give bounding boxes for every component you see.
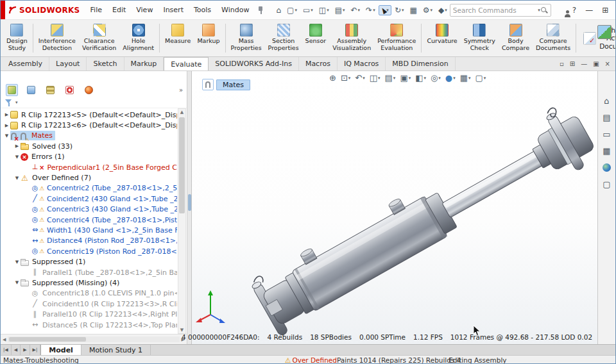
tab-model[interactable]: Model	[40, 345, 81, 355]
search-input[interactable]	[453, 6, 537, 14]
save-button[interactable]: ◫▾	[316, 4, 332, 16]
property-manager-tab[interactable]	[25, 84, 37, 96]
view-palette-icon[interactable]: ▦	[603, 147, 610, 155]
select-button[interactable]: ▲▾	[379, 5, 391, 15]
help-button[interactable]: ?	[569, 6, 579, 15]
display-manager-tab[interactable]	[83, 84, 95, 96]
tree-item[interactable]: ▼Suppressed (Missing) (4)	[1, 277, 177, 288]
close-window-button[interactable]: ×	[605, 60, 610, 67]
dropdown-arrow[interactable]: ▾	[409, 76, 411, 81]
measure-button[interactable]: Measure	[162, 21, 194, 55]
design-library-icon[interactable]: ▤	[603, 113, 610, 122]
expand-arrow[interactable]: ▼	[13, 260, 21, 265]
file-explorer-icon[interactable]: ▭	[603, 130, 610, 138]
dropdown-arrow[interactable]: ▾	[363, 76, 365, 81]
dropdown-arrow[interactable]: ▾	[393, 76, 396, 81]
breadcrumb[interactable]: Mates	[202, 79, 250, 90]
last-tab-button[interactable]: ▶|	[30, 345, 41, 355]
compare-documents-button[interactable]: CompareDocuments	[533, 21, 574, 55]
featuremanager-tree-tab[interactable]	[6, 84, 18, 96]
dropdown-arrow[interactable]: ▾	[343, 8, 345, 13]
scroll-down-arrow[interactable]: ▼	[178, 327, 185, 333]
tab-solidworks-add-ins[interactable]: SOLIDWORKS Add-Ins	[209, 57, 299, 70]
dropdown-arrow[interactable]: ▾	[311, 8, 313, 13]
tab-macros[interactable]: Macros	[299, 57, 338, 70]
options-button[interactable]: ⚙▾	[420, 4, 435, 16]
markup-button[interactable]: Markup	[194, 21, 223, 55]
tab-motion-study-1[interactable]: Motion Study 1	[81, 345, 151, 355]
hole-alignment-button[interactable]: HoleAlignment	[119, 21, 157, 55]
menu-file[interactable]: File	[85, 1, 107, 20]
dropdown-arrow[interactable]: ▾	[445, 8, 447, 13]
expand-arrow[interactable]: ▼	[13, 176, 21, 181]
tree-filter-bar[interactable]: ▾	[1, 97, 187, 108]
tab-sketch[interactable]: Sketch	[87, 57, 124, 70]
dropdown-arrow[interactable]: ▾	[402, 8, 404, 13]
performance-evaluation-button[interactable]: PerformanceEvaluation	[374, 21, 419, 55]
tile-button[interactable]: ⊞	[599, 6, 612, 15]
splitter-grip[interactable]	[188, 194, 191, 211]
dropdown-arrow[interactable]: ▾	[378, 76, 381, 81]
tree-item[interactable]: ╱Coincident10 (R Clip 172213<3>,R Clip 1…	[1, 299, 177, 309]
tree-item[interactable]: ∥Parallel10 (R Clip 172213<4>,Right Plan…	[1, 309, 177, 319]
tree-item[interactable]: ▶R Clip 172213<5> (Default<<Default>_Dis…	[1, 110, 177, 120]
tree-item[interactable]: ▶Solved (33)	[1, 141, 177, 151]
tree-item[interactable]: ∥Parallel1 (Tube _287-018<1>,2_5in Base …	[1, 267, 177, 277]
scrollbar-thumb[interactable]	[179, 117, 185, 213]
mates-breadcrumb-icon[interactable]	[202, 79, 214, 90]
dropdown-arrow[interactable]: ▾	[358, 8, 361, 13]
tree-item[interactable]: ◎⚠Concentric3 (430 Gland <1>,Tube _287-0…	[1, 204, 177, 215]
tree-item[interactable]: ↔Distance5 (R Clip 172213<4>,Top Plane)	[1, 320, 177, 330]
minimize-window-button[interactable]: —	[581, 60, 587, 67]
file-properties-button[interactable]: ▦	[407, 4, 419, 16]
body-compare-button[interactable]: BodyCompare	[499, 21, 533, 55]
scrollbar-track[interactable]	[8, 336, 179, 342]
expand-arrow[interactable]: ▼	[13, 280, 21, 285]
tree-item[interactable]: ⇔⚠Width1 (430 Gland <1>,2_5in Base Forge…	[1, 225, 177, 235]
tree-item[interactable]: ▼Mates	[1, 131, 177, 141]
tree-item[interactable]: ◎⚠Concentric2 (Tube _287-018<1>,2_5in Ba…	[1, 183, 177, 194]
tab-layout[interactable]: Layout	[49, 57, 87, 70]
menu-window[interactable]: Window	[216, 1, 254, 20]
minimize-button[interactable]: —	[582, 6, 596, 15]
appearances-icon[interactable]	[603, 163, 611, 172]
over-defined-status[interactable]: ⚠Over Defined	[285, 356, 337, 364]
pin-icon[interactable]	[257, 6, 264, 15]
tree-vertical-scrollbar[interactable]: ▲ ▼	[178, 108, 186, 334]
tab-iq-macros[interactable]: IQ Macros	[338, 57, 386, 70]
tab-mbd-dimension[interactable]: MBD Dimension	[386, 57, 455, 70]
expand-arrow[interactable]: ▼	[3, 133, 10, 138]
clearance-verification-button[interactable]: ClearanceVerification	[79, 21, 119, 55]
scrollbar-thumb[interactable]	[9, 337, 86, 342]
section-properties-button[interactable]: SectionProperties	[265, 21, 302, 55]
apply-scene-button[interactable]: ▦▾	[459, 73, 472, 83]
tree-item[interactable]: ▼Suppressed (1)	[1, 256, 177, 267]
hydraulic-cylinder-model[interactable]	[192, 71, 597, 344]
menu-tools[interactable]: Tools	[189, 1, 216, 20]
expand-arrow[interactable]: ▶	[3, 123, 10, 128]
prev-tab-button[interactable]: ◀	[12, 345, 21, 355]
tab-assembly[interactable]: Assembly	[2, 57, 49, 70]
restore-window-button[interactable]: ▣	[593, 60, 599, 67]
display-style-button[interactable]: ◧▾	[414, 73, 427, 83]
curvature-button[interactable]: Curvature	[424, 21, 460, 55]
interference-detection-button[interactable]: InterferenceDetection	[35, 21, 79, 55]
expand-arrow[interactable]: ▶	[3, 112, 10, 117]
dropdown-arrow[interactable]: ▾	[484, 76, 486, 81]
next-tab-button[interactable]: ▶	[21, 345, 30, 355]
first-tab-button[interactable]: |◀	[1, 345, 12, 355]
dropdown-arrow[interactable]: ▾	[453, 76, 456, 81]
panel-splitter[interactable]	[187, 71, 192, 344]
expand-arrow[interactable]: ▶	[13, 144, 21, 149]
search-icon[interactable]	[540, 6, 548, 14]
expand-arrow[interactable]: ▼	[13, 154, 21, 160]
dynamic-annotation-views-button[interactable]: ▤▾	[384, 73, 397, 83]
tree-item[interactable]: ╱⚠Coincident2 (430 Gland <1>,Tube _287-0…	[1, 194, 177, 204]
scroll-up-arrow[interactable]: ▲	[178, 110, 185, 115]
filter-dropdown-arrow[interactable]: ▾	[15, 100, 18, 105]
home-button[interactable]: ⌂	[273, 4, 284, 16]
search-box[interactable]: ▾	[450, 4, 551, 17]
dock-window-button[interactable]: ▫	[560, 60, 564, 67]
hide-show-items-button[interactable]: ◎▾	[429, 73, 442, 83]
tree-item[interactable]: ▼⚠Over Defined (7)	[1, 172, 177, 183]
